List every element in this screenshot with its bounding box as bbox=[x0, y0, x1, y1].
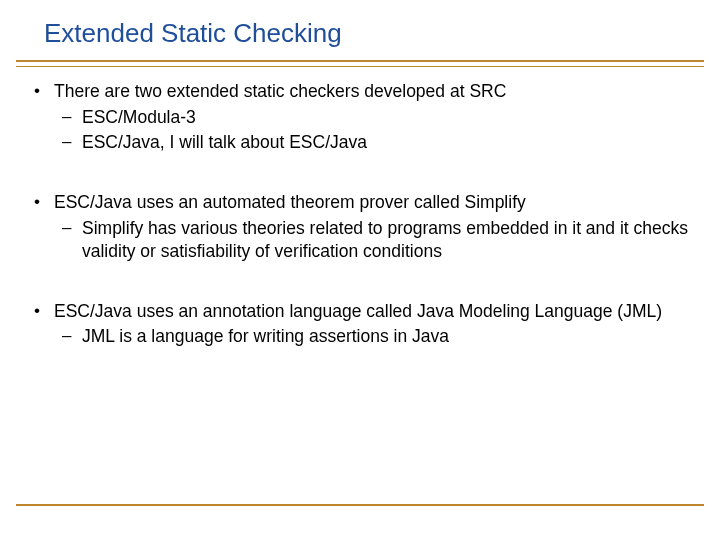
list-item: JML is a language for writing assertions… bbox=[54, 325, 690, 349]
list-item: There are two extended static checkers d… bbox=[30, 80, 690, 155]
footer-rule bbox=[16, 504, 704, 506]
sub-text: JML is a language for writing assertions… bbox=[82, 326, 449, 346]
list-item: Simplify has various theories related to… bbox=[54, 217, 690, 264]
bullet-list: There are two extended static checkers d… bbox=[30, 80, 690, 349]
slide: Extended Static Checking There are two e… bbox=[0, 0, 720, 540]
sub-text: Simplify has various theories related to… bbox=[82, 218, 688, 262]
title-rule bbox=[16, 60, 704, 62]
sub-list: ESC/Modula-3 ESC/Java, I will talk about… bbox=[54, 106, 690, 155]
slide-title: Extended Static Checking bbox=[44, 18, 342, 49]
sub-list: JML is a language for writing assertions… bbox=[54, 325, 690, 349]
bullet-text: ESC/Java uses an annotation language cal… bbox=[54, 301, 662, 321]
list-item: ESC/Modula-3 bbox=[54, 106, 690, 130]
slide-body: There are two extended static checkers d… bbox=[30, 80, 690, 385]
bullet-text: ESC/Java uses an automated theorem prove… bbox=[54, 192, 526, 212]
sub-text: ESC/Java, I will talk about ESC/Java bbox=[82, 132, 367, 152]
list-item: ESC/Java uses an annotation language cal… bbox=[30, 300, 690, 349]
title-rule-thin bbox=[16, 66, 704, 67]
list-item: ESC/Java uses an automated theorem prove… bbox=[30, 191, 690, 264]
sub-list: Simplify has various theories related to… bbox=[54, 217, 690, 264]
sub-text: ESC/Modula-3 bbox=[82, 107, 196, 127]
list-item: ESC/Java, I will talk about ESC/Java bbox=[54, 131, 690, 155]
bullet-text: There are two extended static checkers d… bbox=[54, 81, 506, 101]
